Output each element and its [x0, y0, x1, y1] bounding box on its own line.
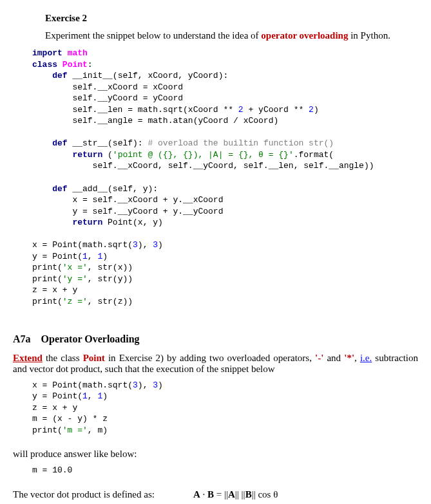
colon: :: [88, 60, 93, 70]
indent: [32, 150, 72, 160]
comment: # overload the builtin function str(): [148, 138, 334, 148]
kw-class: class: [32, 60, 57, 70]
code-pre: x = Point(math.sqrt(: [32, 380, 133, 390]
code-post: ): [314, 105, 319, 115]
result-output: m = 10.0: [32, 465, 418, 476]
code-post: , str(y)): [88, 274, 133, 284]
num: 3: [153, 380, 158, 390]
eq: = ||: [214, 489, 228, 499]
code-pre: y = Point(: [32, 391, 82, 401]
text: in Exercise 2) by adding two overloaded …: [105, 353, 315, 363]
code-line: y = self.__yCoord + y.__yCoord: [32, 207, 223, 216]
indent: [32, 138, 52, 148]
op-mul: '*': [344, 353, 354, 363]
num: 3: [133, 240, 138, 250]
end: || cos θ: [252, 489, 278, 499]
exercise-title: Exercise 2: [45, 13, 418, 24]
num: 1: [82, 252, 88, 261]
code-pre: print(: [32, 297, 62, 306]
ie: i.e.: [360, 353, 372, 363]
kw-def: def: [52, 184, 67, 194]
formula-intro: The vector dot product is defined as:: [13, 489, 155, 500]
code-post: , str(x)): [88, 263, 133, 272]
exercise-instruction: Experiment the snippet below to understa…: [45, 30, 418, 41]
section-title: Operator Overloading: [41, 333, 140, 344]
code-pre: y = Point(: [32, 252, 82, 261]
def-str: __str__(self):: [68, 138, 148, 148]
class-point: Point: [83, 353, 105, 363]
code-line: self.__yCoord = yCoord: [32, 93, 183, 103]
vec-B: B: [207, 489, 214, 499]
code-post: ): [102, 252, 108, 261]
code-line: self.__xCoord, self.__yCoord, self.__len…: [32, 161, 374, 171]
text: and: [323, 353, 344, 363]
code-line: z = x + y: [32, 285, 77, 295]
code-pre: x = Point(math.sqrt(: [32, 240, 133, 250]
code-mid: ),: [138, 380, 153, 390]
op-minus: '-': [315, 353, 323, 363]
string: 'm =': [62, 425, 88, 435]
code-line: m = (x - y) * z: [32, 414, 108, 424]
vec-A: A: [193, 489, 200, 499]
code-block-2: x = Point(math.sqrt(3), 3) y = Point(1, …: [32, 380, 418, 436]
code-end: .format(: [294, 150, 334, 160]
kw-return: return: [72, 218, 102, 227]
code-post: ): [158, 380, 163, 390]
code-pre: self.__len = math.sqrt(xCoord **: [32, 105, 238, 115]
num: 2: [238, 105, 244, 115]
code-rest: (: [102, 150, 113, 160]
kw-def: def: [52, 71, 67, 80]
mid: || ||: [235, 489, 245, 499]
formula-expr: A · B = ||A|| ||B|| cos θ: [193, 489, 278, 500]
code-post: , m): [88, 425, 108, 435]
code-post: , str(z)): [88, 297, 133, 306]
code-pre: print(: [32, 263, 62, 272]
string: 'point @ ({}, {}), |A| = {}, θ = {}': [113, 150, 294, 160]
text: the class: [43, 353, 83, 363]
text: ,: [354, 353, 360, 363]
extend-instruction: Extend the class Point in Exercise 2) by…: [13, 353, 418, 375]
instruction-text-pre: Experiment the snippet below to understa…: [45, 30, 261, 41]
num: 2: [309, 105, 314, 115]
num: 1: [82, 391, 88, 401]
indent: [32, 184, 52, 194]
instruction-text-post: in Python.: [348, 30, 390, 41]
code-block-1: import math class Point: def __init__(se…: [32, 48, 418, 308]
code-post: ): [158, 240, 163, 250]
mod-math: math: [68, 48, 88, 58]
section-heading: A7a Operator Overloading: [13, 333, 418, 345]
section-num: A7a: [13, 333, 31, 344]
code-line: x = self.__xCoord + y.__xCoord: [32, 195, 223, 205]
code-line: self.__angle = math.atan(yCoord / xCoord…: [32, 116, 278, 126]
output-line: m = 10.0: [32, 465, 72, 475]
code-mid: ,: [88, 391, 98, 401]
string: 'x =': [62, 263, 88, 272]
word-extend: Extend: [13, 353, 43, 363]
code-post: ): [102, 391, 108, 401]
cls-name: Point: [62, 60, 88, 70]
kw-import: import: [32, 48, 62, 58]
num: 3: [133, 380, 138, 390]
kw-return: return: [72, 150, 102, 160]
dot: ·: [200, 489, 207, 499]
instruction-bold: operator overloading: [261, 30, 348, 41]
vec-B2: B: [245, 489, 252, 499]
vec-A2: A: [228, 489, 235, 499]
indent: [32, 71, 52, 80]
code-mid: + yCoord **: [244, 105, 309, 115]
indent: [32, 218, 72, 227]
num: 3: [153, 240, 158, 250]
def-add: __add__(self, y):: [68, 184, 158, 194]
kw-def: def: [52, 138, 67, 148]
def-init: __init__(self, xCoord, yCoord):: [68, 71, 229, 80]
code-line: self.__xCoord = xCoord: [32, 82, 183, 92]
result-intro: will produce answer like below:: [13, 449, 418, 460]
code-mid: ,: [88, 252, 98, 261]
code-pre: print(: [32, 425, 62, 435]
string: 'y =': [62, 274, 88, 284]
code-pre: print(: [32, 274, 62, 284]
code-line: z = x + y: [32, 403, 77, 413]
string: 'z =': [62, 297, 88, 306]
code-rest: Point(x, y): [102, 218, 163, 227]
code-mid: ),: [138, 240, 153, 250]
